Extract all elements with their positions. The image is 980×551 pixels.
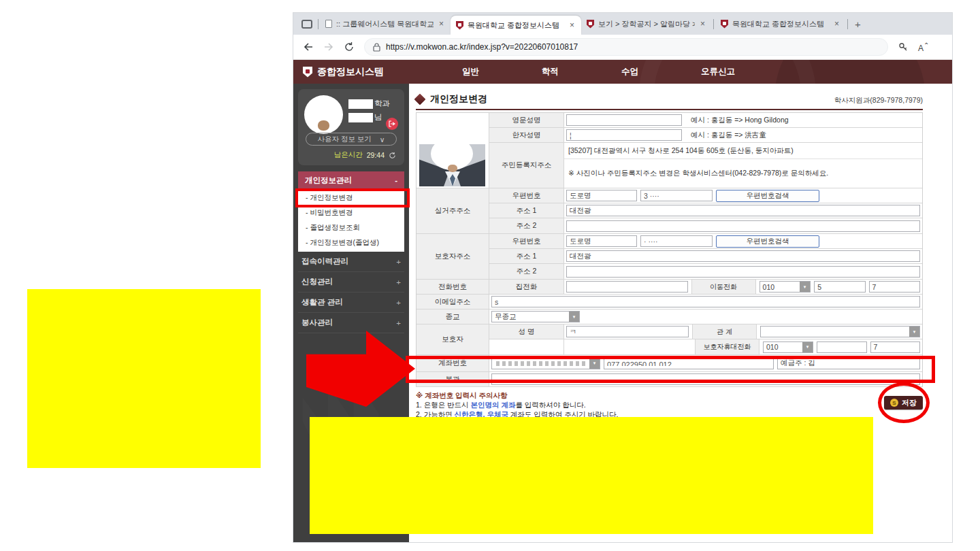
living-postcode-input[interactable]: 3 ···· <box>640 190 713 201</box>
guardian-mobile-last-input[interactable]: 7 <box>870 341 920 353</box>
nav-academic[interactable]: 학적 <box>542 66 559 78</box>
living-address1-input[interactable]: 대전광 <box>566 205 920 216</box>
label-bongwan: 본관 <box>416 372 489 386</box>
label-account-number: 계좌번호 <box>416 355 489 371</box>
sidebar-item-graduate-info[interactable]: - 졸업생정보조회 <box>298 220 404 235</box>
tab-actions-icon[interactable] <box>301 20 312 29</box>
religion-select[interactable]: 무종교▾ <box>491 311 580 322</box>
guardian-mobile-mid-input[interactable] <box>817 341 866 353</box>
sidebar-section-access-history[interactable]: 접속이력관리+ <box>298 252 404 272</box>
header-decoration <box>639 60 816 84</box>
label-guardian-address-group: 보호자주소 <box>416 234 489 279</box>
living-road-type-input[interactable]: 도로명 <box>566 190 637 201</box>
resident-address-note: ※ 사진이나 주민등록지주소 변경은 학생서비스센터(042-829-7978)… <box>564 159 922 187</box>
avatar <box>304 95 343 134</box>
guardian-name-input[interactable]: ㅋ <box>566 326 689 337</box>
back-icon[interactable] <box>303 41 314 52</box>
guardian-address1-input[interactable]: 대전광 <box>566 250 920 262</box>
refresh-icon[interactable] <box>344 41 355 52</box>
site-logo[interactable]: 종합정보시스템 <box>293 66 409 78</box>
tab-close-icon[interactable]: × <box>699 19 706 29</box>
english-name-input[interactable] <box>566 114 682 126</box>
guardian-address2-input[interactable] <box>566 266 920 278</box>
redaction-box <box>348 99 373 109</box>
sidebar-section-volunteer[interactable]: 봉사관리+ <box>298 313 404 333</box>
mokwon-shield-favicon <box>456 21 463 30</box>
account-number-input[interactable]: 077 022950 01 012 <box>604 358 774 369</box>
dropdown-icon[interactable]: ▾ <box>569 312 579 322</box>
personal-info-form: 영문성명 예시 : 홍길동 => Hong Gildong 한자성명 ¦ <box>416 112 923 387</box>
page-title-icon <box>414 94 426 105</box>
tab-portal-active[interactable]: 목원대학교 종합정보시스템 × <box>451 16 581 35</box>
dropdown-icon[interactable]: ▾ <box>909 327 919 337</box>
nav-class[interactable]: 수업 <box>621 66 638 78</box>
tab-close-icon[interactable]: × <box>438 19 445 29</box>
account-notes: ※ 계좌번호 입력시 주의사항 1. 은행은 반드시 본인명의 계좌를 입력하셔… <box>416 390 923 419</box>
guardian-relation-select[interactable]: ▾ <box>760 326 920 337</box>
sidebar: 학과 님 사용자 정보 보기∨ 남은시간 29:44 <box>293 84 409 542</box>
sidebar-submenu: - 개인정보변경 - 비밀번호변경 - 졸업생정보조회 - 개인정보변경(졸업생… <box>298 189 404 252</box>
nav-general[interactable]: 일반 <box>462 66 479 78</box>
label-guardian-mobile: 보호자휴대전화 <box>695 339 760 354</box>
dropdown-icon[interactable]: ▾ <box>802 342 813 352</box>
guardian-road-type-input[interactable]: 도로명 <box>566 235 637 247</box>
site-header: 종합정보시스템 일반 학적 수업 오류신고 <box>293 60 952 84</box>
sidebar-section-personal-info[interactable]: 개인정보관리- <box>298 171 404 189</box>
label-postcode: 우편번호 <box>489 234 564 248</box>
forward-icon[interactable] <box>323 41 334 52</box>
session-refresh-icon[interactable] <box>389 152 396 159</box>
view-user-info-button[interactable]: 사용자 정보 보기∨ <box>306 133 397 146</box>
label-guardian-name: 성 명 <box>489 324 564 339</box>
living-address2-input[interactable] <box>566 220 920 232</box>
redaction-box <box>348 113 373 122</box>
hanja-name-input[interactable]: ¦ <box>566 129 682 141</box>
tab-label: 목원대학교 종합정보시스템 <box>732 19 829 29</box>
email-input[interactable]: s <box>491 296 920 307</box>
label-address1: 주소 1 <box>489 249 564 263</box>
partial-edge-icon[interactable] <box>938 41 943 52</box>
notes-line-2: 2. 가능하면 신한은행, 우체국 계좌도 입력하여 주시기 바랍니다. <box>416 410 923 419</box>
tab-strip: :: 그룹웨어시스템 목원대학교 :: × 목원대학교 종합정보시스템 × 보기… <box>293 13 952 35</box>
divider <box>847 19 848 29</box>
tab-portal-2[interactable]: 목원대학교 종합정보시스템 × <box>715 13 846 35</box>
mobile-prefix-select[interactable]: 010▾ <box>760 281 811 293</box>
guardian-postcode-search-button[interactable]: 우편번호검색 <box>716 235 819 248</box>
sidebar-item-change-password[interactable]: - 비밀번호변경 <box>298 205 404 220</box>
bank-select[interactable]: ▾ <box>491 358 600 369</box>
password-key-icon[interactable] <box>898 41 909 52</box>
guardian-mobile-prefix-select[interactable]: 010▾ <box>763 341 813 353</box>
tab-close-icon[interactable]: × <box>833 19 840 29</box>
read-aloud-icon[interactable]: A⌃ <box>918 41 929 53</box>
sidebar-item-change-info-graduate[interactable]: - 개인정보변경(졸업생) <box>298 235 404 250</box>
session-time: 남은시간 29:44 <box>334 150 396 160</box>
body-row: 학과 님 사용자 정보 보기∨ 남은시간 29:44 <box>293 84 952 542</box>
account-holder-input[interactable]: 예금주 : 김 <box>777 358 920 369</box>
living-postcode-search-button[interactable]: 우편번호검색 <box>716 190 819 202</box>
mobile-last-input[interactable]: 7 <box>869 281 920 293</box>
bongwan-input[interactable] <box>491 373 920 385</box>
label-email: 이메일주소 <box>416 295 489 309</box>
sidebar-watermark <box>293 375 409 450</box>
redacted-bank-name <box>496 361 585 366</box>
expand-icon: + <box>396 319 401 327</box>
sidebar-item-change-personal-info[interactable]: - 개인정보변경 <box>298 190 404 205</box>
save-button-label: 저장 <box>902 398 917 408</box>
tab-notice[interactable]: 보기 > 장학공지 > 알림마당 > 등 × <box>581 13 712 35</box>
label-home-phone: 집전화 <box>489 280 564 294</box>
tab-close-icon[interactable]: × <box>568 20 576 30</box>
label-mobile-phone: 이동전화 <box>691 280 756 294</box>
tab-groupware[interactable]: :: 그룹웨어시스템 목원대학교 :: × <box>320 13 451 35</box>
logout-icon[interactable] <box>386 118 398 130</box>
dropdown-icon[interactable]: ▾ <box>589 358 600 369</box>
sidebar-section-applications[interactable]: 신청관리+ <box>298 272 404 293</box>
dropdown-icon[interactable]: ▾ <box>800 282 810 292</box>
label-address2: 주소 2 <box>489 264 564 279</box>
mobile-mid-input[interactable]: 5 <box>814 281 865 293</box>
chevron-down-icon: ∨ <box>380 135 385 144</box>
sidebar-section-dormitory[interactable]: 생활관 관리+ <box>298 293 404 313</box>
url-field[interactable]: https://v.mokwon.ac.kr/index.jsp?v=20220… <box>364 38 888 56</box>
new-tab-button[interactable]: + <box>849 18 866 30</box>
guardian-postcode-input[interactable]: · ···· <box>640 235 713 247</box>
home-phone-input[interactable] <box>566 281 688 293</box>
save-button[interactable]: S 저장 <box>884 396 923 410</box>
